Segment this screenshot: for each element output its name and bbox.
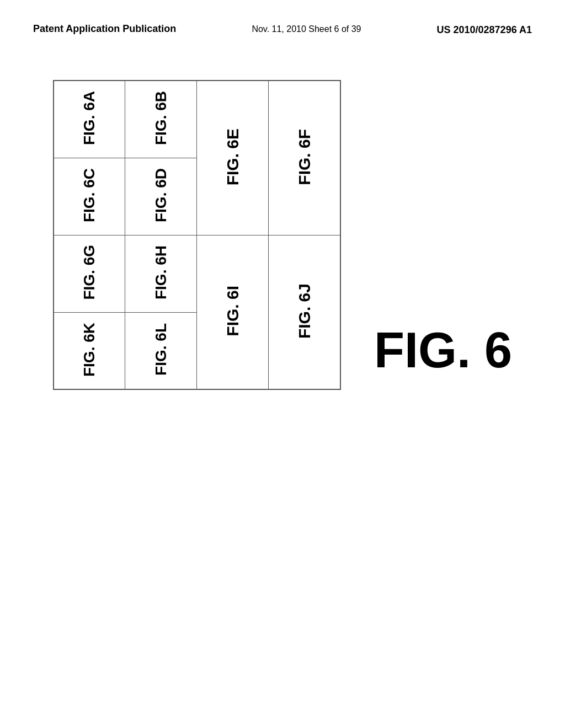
- main-content: FIG. 6A FIG. 6B FIG. 6E FIG. 6F FIG.: [0, 80, 565, 390]
- cell-6k: FIG. 6K: [54, 312, 125, 389]
- page-header: Patent Application Publication Nov. 11, …: [0, 0, 565, 47]
- date-sheet-label: Nov. 11, 2010 Sheet 6 of 39: [252, 24, 361, 34]
- publication-label: Patent Application Publication: [33, 22, 176, 36]
- cell-6a: FIG. 6A: [54, 81, 125, 158]
- cell-6d: FIG. 6D: [125, 158, 197, 235]
- cell-6j: FIG. 6J: [269, 235, 340, 389]
- cell-6g: FIG. 6G: [54, 235, 125, 312]
- cell-6h: FIG. 6H: [125, 235, 197, 312]
- cell-6b: FIG. 6B: [125, 81, 197, 158]
- cell-6e: FIG. 6E: [197, 81, 269, 235]
- fig6-title: FIG. 6: [374, 322, 512, 379]
- figure-grid: FIG. 6A FIG. 6B FIG. 6E FIG. 6F FIG.: [53, 80, 341, 390]
- cell-6f: FIG. 6F: [269, 81, 340, 235]
- patent-number-label: US 2010/0287296 A1: [437, 24, 532, 36]
- figure-main-label: FIG. 6: [374, 322, 512, 390]
- cell-6c: FIG. 6C: [54, 158, 125, 235]
- cell-6i: FIG. 6I: [197, 235, 269, 389]
- cell-6l: FIG. 6L: [125, 312, 197, 389]
